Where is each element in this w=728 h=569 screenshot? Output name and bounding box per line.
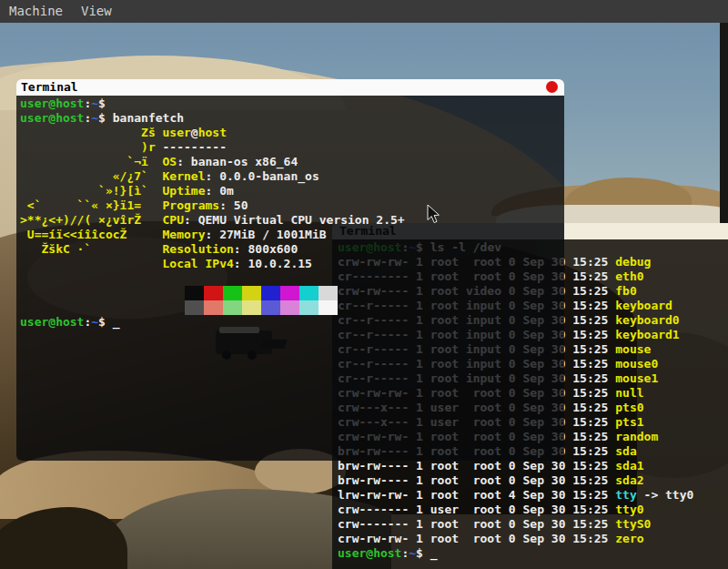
fetch-lines: user@host:~$ user@host:~$ bananfetch Zš … [20,97,564,286]
terminal-line: brw-rw---- 1 root root 0 Sep 30 15:25 sd… [338,459,728,473]
terminal-line: )r --------- [20,140,564,155]
palette-swatch [185,286,204,300]
palette-swatch [261,300,280,315]
palette-swatch [318,300,338,315]
menubar: Machine View [0,0,728,23]
palette-swatch [299,286,318,300]
palette-swatch [261,286,280,300]
terminal-line: crw-rw-rw- 1 root root 0 Sep 30 15:25 ze… [338,532,728,546]
palette-swatch [185,300,204,315]
palette-swatch [242,300,261,315]
menu-item-machine[interactable]: Machine [0,0,72,23]
color-palette-row-2 [185,300,564,315]
terminal-line: lrw-rw-rw- 1 root root 4 Sep 30 15:25 tt… [338,488,728,503]
terminal-line: `»!}[ì` Uptime: 0m [20,184,564,198]
palette-swatch [242,286,261,300]
terminal-line: brw-rw---- 1 root root 0 Sep 30 15:25 sd… [338,473,728,488]
palette-swatch [280,286,299,300]
menu-item-view[interactable]: View [72,0,121,23]
window-titlebar[interactable]: Terminal [16,79,564,96]
palette-swatch [204,286,223,300]
terminal-line: «/¿7` Kernel: 0.0.0-banan_os [20,169,564,184]
terminal-output[interactable]: user@host:~$ user@host:~$ bananfetch Zš … [16,96,564,461]
palette-swatch [204,300,223,315]
palette-swatch [280,300,299,315]
photo-dark-edge [720,23,728,232]
terminal-line: `¬ï OS: banan-os x86_64 [20,155,564,169]
terminal-line: user@host:~$ _ [338,546,728,561]
terminal-line: user@host:~$ _ [20,315,564,330]
terminal-line [20,271,564,286]
palette-swatch [318,286,338,300]
color-palette-row-1 [185,286,564,300]
terminal-window-bananfetch[interactable]: Terminal user@host:~$ user@host:~$ banan… [16,79,564,460]
close-button[interactable] [546,81,558,93]
terminal-line: U==íï<<íîîcocŽ Memory: 27MiB / 1001MiB [20,228,564,242]
prompt-line: user@host:~$ _ [20,315,564,330]
terminal-line: Zš user@host [20,126,564,140]
terminal-line: ŽškC ·` Resolution: 800x600 [20,242,564,257]
palette-swatch [223,300,242,315]
terminal-line: crw------- 1 user root 0 Sep 30 15:25 tt… [338,503,728,517]
terminal-line: user@host:~$ [20,97,564,111]
palette-swatch [223,286,242,300]
terminal-line: >**¿<+)//( ×¿vîrŽ CPU: QEMU Virtual CPU … [20,213,564,228]
terminal-line: <` ``« ×}ï1= Programs: 50 [20,198,564,213]
palette-swatch [299,300,318,315]
mouse-cursor-icon [427,204,440,228]
terminal-line: crw------- 1 root root 0 Sep 30 15:25 tt… [338,517,728,532]
terminal-line: Local IPv4: 10.0.2.15 [20,257,564,271]
window-title: Terminal [21,80,78,94]
terminal-line: user@host:~$ bananfetch [20,111,564,126]
